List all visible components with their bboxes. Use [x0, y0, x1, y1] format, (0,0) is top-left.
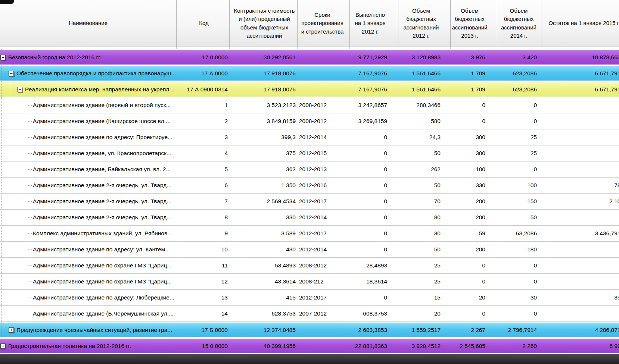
cell-name: Административное здание (Каширское шоссе… [0, 113, 177, 129]
tree-guide-line [10, 290, 10, 305]
cell-contract: 375 [230, 145, 298, 161]
cell-remainder_2015 [541, 242, 619, 257]
table-row[interactable]: Административное здание по адресу: Любер… [0, 290, 619, 306]
cell-period: 2012-2017 [298, 290, 350, 305]
cell-budget_2012: 280,3466 [398, 97, 451, 113]
table-row[interactable]: Административное здание по адресу: Проек… [0, 129, 619, 145]
column-header-contract-value[interactable]: Контрактная стоимость и (или) предельный… [230, 0, 298, 47]
cell-budget_2012: 25 [398, 274, 451, 289]
row-name-label: Административное здание по адресу: Любер… [33, 294, 174, 301]
cell-code: 5 [177, 161, 230, 177]
expand-toggle-icon[interactable]: + [9, 327, 14, 333]
row-name-label: Административное здание (первый и второй… [33, 102, 171, 109]
tree-guide-line [1, 113, 2, 129]
tree-branch-stub [27, 153, 32, 154]
table-row[interactable]: +Предупреждение чрезвычайных ситуаций, р… [0, 322, 619, 338]
collapse-toggle-icon[interactable]: − [17, 87, 22, 92]
cell-done_2012: 22 881,8363 [350, 338, 398, 354]
cell-budget_2013: 3 976 [451, 49, 497, 65]
tree-branch-stub [27, 185, 32, 186]
cell-done_2012: 2 603,3853 [350, 322, 398, 338]
column-header-code[interactable]: Код [177, 0, 230, 47]
cell-budget_2012: 25 [398, 258, 451, 273]
cell-budget_2012: 15 [398, 290, 451, 305]
cell-period: 2012-2016 [298, 178, 350, 193]
table-row[interactable]: Административное здание 2-я очередь, ул.… [0, 178, 619, 194]
table-row[interactable]: −Обеспечение правопорядка и профилактика… [0, 65, 619, 81]
table-row[interactable]: Административное здание по охране ГМЗ "Ц… [0, 258, 619, 274]
cell-code: 14 [177, 306, 230, 321]
cell-remainder_2015: 2 109 [541, 194, 619, 209]
cell-budget_2014: 2 796,7914 [497, 322, 541, 338]
row-name-label: Административное здание 2-я очередь, ул.… [33, 214, 171, 221]
column-header-budget-2013[interactable]: Объем бюджетных ассигнований 2013 г. [451, 0, 497, 47]
cell-budget_2013: 200 [451, 210, 497, 225]
tree-guide-line [1, 290, 2, 305]
tree-guide-line [10, 113, 10, 129]
table-row[interactable]: Административное здание (Б.Черемушкинска… [0, 306, 619, 322]
table-row[interactable]: Административное здание по адресу: ул. К… [0, 242, 619, 258]
table-row[interactable]: −Реализация комплекса мер, направленных … [0, 81, 619, 97]
cell-done_2012: 0 [350, 194, 398, 209]
collapse-toggle-icon[interactable]: − [0, 55, 6, 60]
cell-done_2012: 9 771,2929 [350, 49, 398, 65]
cell-remainder_2015: 4 206,8718 [541, 322, 619, 338]
cell-done_2012: 7 167,9076 [350, 65, 398, 81]
cell-budget_2013: 200 [451, 242, 497, 257]
cell-name: Комплекс административных зданий, ул. Ря… [0, 226, 177, 241]
cell-budget_2014: 623,2086 [497, 65, 541, 81]
table-row[interactable]: Административное здание, Байкальская ул.… [0, 161, 619, 178]
cell-name: Административное здание по адресу: Любер… [0, 290, 177, 305]
cell-done_2012: 7 167,9076 [350, 81, 398, 97]
table-row[interactable]: Комплекс административных зданий, ул. Ря… [0, 226, 619, 242]
grid-body: −Безопасный город на 2012-2016 гг.17 0 0… [0, 49, 619, 354]
row-name-label: Градостроительная политика на 2012-2016 … [8, 343, 131, 349]
table-row[interactable]: +Градостроительная политика на 2012-2016… [0, 338, 619, 354]
table-row[interactable]: Административное здание по охране ГМЗ "Ц… [0, 274, 619, 290]
tree-guide-line [1, 306, 2, 321]
cell-budget_2014: 2 260 [497, 338, 541, 354]
table-row[interactable]: Административное здание (Каширское шоссе… [0, 113, 619, 129]
column-header-budget-2014[interactable]: Объем бюджетных ассигнований 2014 г. [497, 0, 541, 47]
tree-guide-line [1, 258, 2, 273]
column-header-budget-2012[interactable]: Объем бюджетных ассигнований 2012 г. [398, 0, 451, 47]
cell-code: 10 [177, 242, 230, 257]
column-header-remainder-2015[interactable]: Остаток на 1 января 2015 г. [541, 0, 619, 47]
table-row[interactable]: Административное здание 2-я очередь, ул.… [0, 194, 619, 210]
tree-branch-stub [27, 217, 32, 218]
cell-period: 2012-2014 [298, 210, 350, 225]
cell-contract: 17 918,0076 [230, 81, 298, 97]
cell-remainder_2015 [541, 129, 619, 145]
tree-guide-line [1, 81, 2, 97]
cell-name: −Безопасный город на 2012-2016 гг. [0, 49, 177, 65]
column-header-done-2012[interactable]: Выполнено на 1 января 2012 г. [350, 0, 398, 47]
row-name-label: Административное здание 2-я очередь, ул.… [33, 198, 171, 205]
row-name-label: Реализация комплекса мер, направленных н… [25, 86, 174, 93]
cell-budget_2012: 3 920,4512 [398, 338, 451, 354]
table-row[interactable]: Административное здание 2-я очередь, ул.… [0, 210, 619, 226]
column-header-period[interactable]: Сроки проектирования и строительства [298, 0, 350, 47]
cell-contract: 1 350 [230, 178, 298, 193]
table-row[interactable]: −Безопасный город на 2012-2016 гг.17 0 0… [0, 49, 619, 65]
cell-code: 2 [177, 113, 230, 129]
cell-budget_2012: 1 561,6466 [398, 65, 451, 81]
cell-period: 2008-2012 [298, 258, 350, 273]
table-row[interactable]: Административное здание, ул. Краснопроле… [0, 145, 619, 161]
expand-toggle-icon[interactable]: + [0, 343, 6, 349]
table-row[interactable]: Административное здание (первый и второй… [0, 97, 619, 113]
cell-code: 3 [177, 129, 230, 145]
cell-contract: 3 523,2123 [230, 97, 298, 113]
tree-guide-line [10, 210, 10, 225]
cell-remainder_2015: 0 [541, 274, 619, 289]
cell-name: Административное здание по охране ГМЗ "Ц… [0, 274, 177, 289]
tree-branch-stub [27, 169, 32, 170]
cell-name: Административное здание 2-я очередь, ул.… [0, 178, 177, 193]
cell-period: 2012-2017 [298, 226, 350, 241]
collapse-toggle-icon[interactable]: − [9, 71, 14, 76]
cell-budget_2012: 30 [398, 226, 451, 241]
cell-period: 2012-2015 [298, 145, 350, 161]
cell-done_2012: 608,3753 [350, 306, 398, 321]
row-name-label: Административное здание (Каширское шоссе… [33, 118, 171, 125]
column-header-name[interactable]: Наименование [0, 0, 177, 47]
cell-period [298, 49, 350, 65]
